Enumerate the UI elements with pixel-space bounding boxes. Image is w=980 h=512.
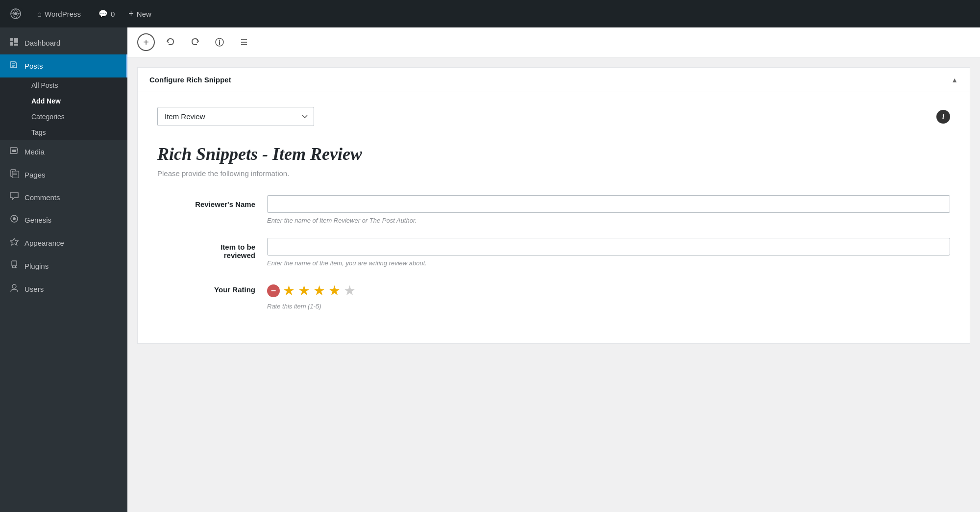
- sidebar-item-label: Media: [24, 148, 45, 156]
- snippet-form-subtitle: Please provide the following information…: [157, 169, 950, 178]
- admin-bar-new[interactable]: + New: [128, 9, 151, 19]
- rich-snippet-title: Configure Rich Snippet: [149, 76, 231, 84]
- star-3[interactable]: ★: [313, 282, 325, 299]
- svg-rect-4: [14, 38, 18, 43]
- sidebar: Dashboard Posts All Posts Add New Catego…: [0, 27, 127, 512]
- admin-bar: ⌂ WordPress 💬 0 + New: [0, 0, 980, 27]
- admin-bar-comment-count: 0: [111, 10, 115, 18]
- admin-bar-new-label: New: [137, 10, 151, 18]
- sidebar-item-label: Comments: [24, 193, 60, 202]
- wp-logo[interactable]: [8, 6, 24, 22]
- main-layout: Dashboard Posts All Posts Add New Catego…: [0, 27, 980, 512]
- rating-decrease-button[interactable]: −: [267, 284, 280, 297]
- item-reviewed-label: Item to bereviewed: [157, 238, 255, 259]
- sidebar-item-dashboard[interactable]: Dashboard: [0, 31, 127, 54]
- snippet-type-select[interactable]: Item Review None Review Article Product …: [157, 107, 314, 126]
- star-5[interactable]: ★: [343, 282, 356, 299]
- plus-icon: +: [128, 9, 134, 19]
- undo-button[interactable]: [162, 33, 179, 51]
- home-icon: ⌂: [37, 10, 42, 18]
- redo-button[interactable]: [186, 33, 204, 51]
- item-reviewed-help: Enter the name of the item, you are writ…: [267, 259, 950, 267]
- pages-icon: [10, 169, 19, 180]
- sidebar-item-label: Posts: [24, 62, 43, 70]
- sidebar-item-media[interactable]: Media: [0, 140, 127, 163]
- list-view-button[interactable]: [235, 33, 253, 51]
- rating-stars: − ★ ★ ★ ★ ★: [267, 281, 950, 299]
- sidebar-item-pages[interactable]: Pages: [0, 163, 127, 186]
- svg-point-17: [13, 217, 16, 220]
- snippet-type-row: Item Review None Review Article Product …: [157, 107, 950, 126]
- posts-submenu: All Posts Add New Categories Tags: [0, 77, 127, 140]
- item-reviewed-row: Item to bereviewed Enter the name of the…: [157, 238, 950, 267]
- sidebar-item-users[interactable]: Users: [0, 278, 127, 301]
- comment-icon: [10, 192, 19, 203]
- sidebar-item-genesis[interactable]: Genesis: [0, 208, 127, 231]
- svg-rect-5: [14, 44, 18, 46]
- info-icon-button[interactable]: i: [936, 110, 950, 124]
- svg-rect-2: [10, 38, 13, 41]
- sidebar-item-label: Appearance: [24, 239, 64, 247]
- star-4[interactable]: ★: [328, 282, 341, 299]
- sidebar-item-plugins[interactable]: Plugins: [0, 255, 127, 278]
- svg-point-25: [219, 40, 220, 41]
- sidebar-item-appearance[interactable]: Appearance: [0, 231, 127, 255]
- svg-rect-11: [17, 149, 18, 151]
- genesis-icon: [10, 214, 19, 226]
- main-content: + Configure Rich Snippet ▲: [127, 27, 980, 512]
- reviewer-name-field-wrapper: Enter the name of Item Reviewer or The P…: [267, 195, 950, 224]
- rich-snippet-panel: Configure Rich Snippet ▲ Item Review Non…: [137, 67, 970, 344]
- sidebar-sub-tags[interactable]: Tags: [25, 125, 127, 140]
- comments-icon: 💬: [98, 9, 108, 18]
- sidebar-item-label: Plugins: [24, 262, 49, 270]
- reviewer-name-input[interactable]: [267, 195, 950, 213]
- collapse-button[interactable]: ▲: [951, 76, 958, 84]
- reviewer-name-help: Enter the name of Item Reviewer or The P…: [267, 217, 950, 224]
- rating-label: Your Rating: [157, 281, 255, 294]
- svg-rect-18: [12, 261, 17, 266]
- sidebar-item-label: Pages: [24, 171, 46, 179]
- rich-snippet-body: Item Review None Review Article Product …: [138, 92, 970, 343]
- item-reviewed-input[interactable]: [267, 238, 950, 256]
- rating-field-wrapper: − ★ ★ ★ ★ ★ Rate this item (1-5): [267, 281, 950, 310]
- media-icon: [10, 146, 19, 157]
- dashboard-icon: [10, 37, 19, 49]
- appearance-icon: [10, 237, 19, 249]
- users-icon: [10, 283, 19, 295]
- sidebar-item-label: Dashboard: [24, 39, 60, 47]
- sidebar-item-comments[interactable]: Comments: [0, 186, 127, 208]
- rich-snippet-header: Configure Rich Snippet ▲: [138, 68, 970, 92]
- item-reviewed-field-wrapper: Enter the name of the item, you are writ…: [267, 238, 950, 267]
- sidebar-sub-all-posts[interactable]: All Posts: [25, 77, 127, 93]
- plugins-icon: [10, 260, 19, 272]
- admin-bar-home[interactable]: ⌂ WordPress: [33, 8, 85, 20]
- star-1[interactable]: ★: [283, 282, 295, 299]
- sidebar-sub-categories[interactable]: Categories: [25, 109, 127, 125]
- editor-toolbar: +: [127, 27, 980, 57]
- sidebar-item-label: Users: [24, 285, 44, 293]
- reviewer-name-row: Reviewer's Name Enter the name of Item R…: [157, 195, 950, 224]
- sidebar-sub-add-new[interactable]: Add New: [25, 93, 127, 109]
- admin-bar-comments[interactable]: 💬 0: [95, 7, 119, 20]
- add-block-button[interactable]: +: [137, 33, 155, 51]
- svg-rect-10: [12, 150, 16, 152]
- posts-icon: [10, 60, 19, 72]
- reviewer-name-label: Reviewer's Name: [157, 195, 255, 208]
- star-2[interactable]: ★: [298, 282, 310, 299]
- sidebar-item-posts[interactable]: Posts: [0, 54, 127, 77]
- rating-row: Your Rating − ★ ★ ★ ★ ★ Rate this item (…: [157, 281, 950, 310]
- svg-point-22: [12, 284, 16, 288]
- svg-rect-3: [10, 42, 13, 46]
- admin-bar-site-name: WordPress: [45, 10, 81, 18]
- info-button[interactable]: [211, 33, 228, 51]
- rating-help: Rate this item (1-5): [267, 303, 950, 310]
- snippet-form-title: Rich Snippets - Item Review: [157, 144, 950, 164]
- sidebar-item-label: Genesis: [24, 216, 51, 224]
